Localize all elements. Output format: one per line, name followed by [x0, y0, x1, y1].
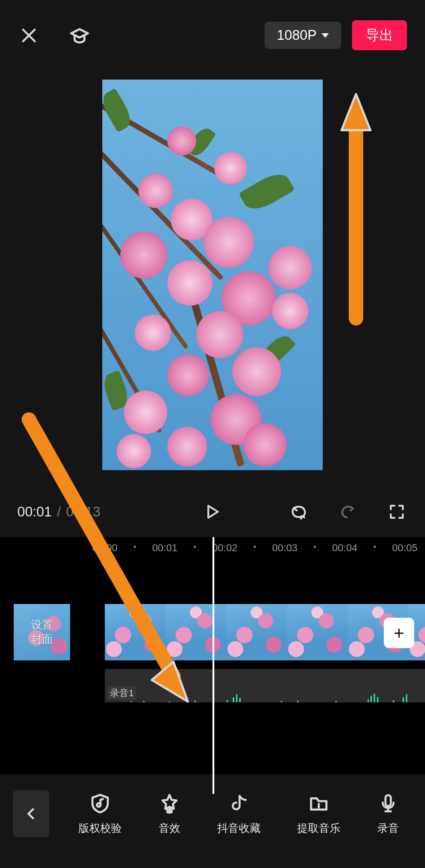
- folder-icon: [308, 792, 330, 814]
- graduation-cap-icon: [69, 25, 90, 46]
- tool-label: 版权校验: [78, 821, 122, 836]
- tool-label: 抖音收藏: [217, 821, 261, 836]
- resolution-selector[interactable]: 1080P: [265, 22, 341, 49]
- redo-icon: [339, 502, 357, 521]
- tool-extract-music[interactable]: 提取音乐: [297, 792, 340, 836]
- video-frame: [105, 604, 166, 660]
- ruler-tick: 00:04: [332, 542, 357, 554]
- fullscreen-button[interactable]: [386, 501, 408, 523]
- star-bars-icon: [158, 792, 181, 814]
- close-icon: [19, 26, 39, 45]
- video-frame: [226, 604, 287, 660]
- playback-bar: 00:01 / 00:13: [0, 492, 425, 532]
- tool-label: 音效: [159, 821, 180, 836]
- ruler-tick: 00:02: [212, 542, 237, 554]
- undo-button[interactable]: [288, 501, 310, 523]
- shield-music-icon: [89, 792, 111, 814]
- tutorial-button[interactable]: [69, 25, 90, 46]
- video-frame: [287, 604, 348, 660]
- add-clip-button[interactable]: +: [384, 618, 414, 648]
- play-icon: [203, 503, 222, 521]
- tool-sound-effect[interactable]: 音效: [158, 792, 181, 836]
- timeline[interactable]: 设置 封面 + 录音1: [0, 557, 425, 774]
- fullscreen-icon: [388, 503, 406, 521]
- cover-label-line1: 设置: [31, 618, 53, 633]
- resolution-label: 1080P: [277, 27, 317, 43]
- ruler-dot: [134, 546, 136, 548]
- total-time: 00:13: [66, 504, 100, 519]
- video-preview[interactable]: [102, 80, 323, 470]
- top-bar: 1080P 导出: [0, 0, 425, 71]
- redo-button[interactable]: [337, 501, 359, 523]
- preview-area: [0, 80, 425, 470]
- cover-label-line2: 封面: [31, 632, 53, 647]
- ruler-dot: [254, 546, 256, 548]
- chevron-left-icon: [25, 807, 38, 820]
- time-display: 00:01 / 00:13: [17, 504, 100, 520]
- set-cover-button[interactable]: 设置 封面: [14, 604, 70, 660]
- ruler-tick: 00:00: [92, 542, 117, 554]
- tool-douyin-fav[interactable]: 抖音收藏: [217, 792, 261, 836]
- undo-icon: [290, 502, 309, 521]
- audio-track[interactable]: 录音1: [105, 669, 425, 702]
- tool-label: 录音: [377, 821, 399, 836]
- video-track[interactable]: [105, 604, 425, 660]
- playhead[interactable]: [212, 537, 214, 794]
- microphone-icon: [377, 792, 399, 814]
- back-button[interactable]: [13, 790, 49, 837]
- chevron-down-icon: [322, 33, 329, 38]
- video-frame: [166, 604, 226, 660]
- ruler-dot: [374, 546, 376, 548]
- ruler-tick: 00:05: [392, 542, 417, 554]
- close-button[interactable]: [18, 25, 40, 46]
- current-time: 00:01: [17, 504, 52, 519]
- tool-copyright[interactable]: 版权校验: [78, 792, 122, 836]
- ruler-tick: 00:01: [152, 542, 177, 554]
- time-separator: /: [57, 504, 61, 519]
- audio-waveform: [105, 692, 425, 702]
- export-button[interactable]: 导出: [352, 20, 407, 50]
- ruler-dot: [194, 546, 196, 548]
- ruler-dot: [314, 546, 316, 548]
- douyin-icon: [228, 792, 250, 814]
- ruler-tick: 00:03: [272, 542, 297, 554]
- plus-icon: +: [394, 622, 404, 643]
- play-button[interactable]: [202, 501, 223, 523]
- tool-label: 提取音乐: [297, 821, 340, 836]
- tool-record[interactable]: 录音: [377, 792, 399, 836]
